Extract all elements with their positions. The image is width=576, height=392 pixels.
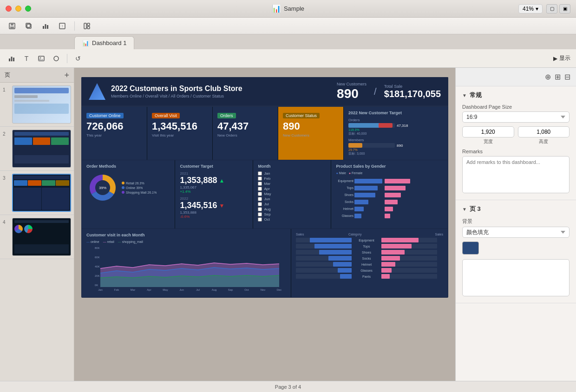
toolbar2-right: ▶ 显示 [553, 54, 570, 62]
layout-button[interactable] [80, 20, 93, 33]
page-number-4: 4 [3, 220, 9, 225]
svg-text:Jul: Jul [196, 288, 200, 291]
save-button[interactable] [6, 20, 19, 33]
kpi-label-visit: Overall Visit [152, 113, 180, 118]
gender-chart-row-pants: Pants [296, 274, 443, 279]
minimize-button[interactable] [15, 6, 21, 12]
general-section-header[interactable]: ▼ 常规 [462, 91, 569, 99]
month-may-check[interactable] [258, 192, 262, 196]
bg-color-swatch[interactable] [462, 242, 479, 255]
svg-rect-35 [354, 193, 375, 197]
width-input[interactable] [462, 126, 514, 137]
page-size-select[interactable]: 16:9 4:3 Custom [462, 111, 569, 123]
pie-area: 39% Retail 26.3% Online 39% Shopping Mal… [86, 171, 170, 204]
svg-rect-76 [381, 250, 405, 255]
kpi-value-status: 890 [283, 120, 339, 132]
export-button[interactable]: ↑ [56, 20, 69, 33]
page-item-2[interactable]: 2 [0, 127, 74, 171]
tab-bar: 📊 Dashboard 1 [0, 34, 576, 49]
month-sep-check[interactable] [258, 212, 262, 216]
gender-sales-card: Sales Category Sales Equipment [291, 229, 448, 297]
image-tool[interactable] [35, 52, 47, 65]
month-aug-check[interactable] [258, 207, 262, 211]
new-customers-value: 890 [337, 86, 367, 101]
kpi-value-online: 726,066 [86, 120, 142, 132]
orders-value: 47,318 [397, 124, 408, 128]
duplicate-button[interactable] [22, 20, 35, 33]
tab-icon: 📊 [82, 40, 89, 46]
remarks-textarea[interactable] [462, 156, 569, 193]
tab-label: Dashboard 1 [92, 39, 126, 46]
product-sales-chart: Equipment Tops Shoes Socks Helmet Glasse… [336, 176, 419, 223]
month-jun-check[interactable] [258, 197, 262, 201]
main-toolbar: ↑ [0, 18, 576, 34]
svg-text:↑: ↑ [61, 24, 63, 28]
target-orders-label: Orders [348, 118, 443, 122]
pages-label: 页 [5, 71, 10, 79]
svg-point-18 [54, 56, 59, 61]
svg-text:Socks: Socks [345, 200, 354, 203]
svg-rect-5 [43, 26, 44, 29]
svg-rect-13 [9, 59, 10, 61]
mid-section: Order Methods 39% Retail 26.3% [82, 160, 448, 229]
background-select[interactable]: 颜色填充 图片填充 无 [462, 227, 569, 238]
svg-text:60K: 60K [95, 256, 100, 259]
zoom-control[interactable]: 41% ▾ [518, 4, 543, 13]
3d-icon[interactable]: ⊕ [545, 72, 551, 81]
svg-text:Dec: Dec [277, 288, 282, 291]
new-customers-stat: New Customers 890 [337, 82, 367, 101]
shape-tool[interactable] [50, 52, 62, 65]
prev-2022: 1,353,888 [180, 210, 248, 215]
traffic-lights [6, 6, 31, 12]
chart-button[interactable] [39, 20, 52, 33]
dashboard-preview: 2022 Customers in Sports Club Store Memb… [81, 77, 448, 298]
view-icons: ▢ ▣ [546, 4, 570, 13]
canvas-toolbar: T ↺ ▶ 显示 [0, 49, 576, 68]
dash-title: 2022 Customers in Sports Club Store [111, 85, 331, 93]
layout-icon[interactable]: ⊞ [555, 72, 561, 81]
text-tool[interactable]: T [20, 52, 33, 65]
general-section: ▼ 常规 Dashboard Page Size 16:9 4:3 Custom… [456, 86, 576, 200]
gender-chart-row-socks: Socks [296, 256, 443, 261]
dashboard-tab[interactable]: 📊 Dashboard 1 [74, 36, 134, 49]
page-item-4[interactable]: 4 [0, 215, 74, 259]
page-item-1[interactable]: 1 [0, 83, 74, 127]
svg-text:Aug: Aug [212, 288, 217, 291]
gender-chart-row-helmet: Helmet [296, 262, 443, 267]
view-split-icon[interactable]: ▣ [559, 4, 570, 13]
month-jul-check[interactable] [258, 202, 262, 206]
maximize-button[interactable] [25, 6, 31, 12]
month-apr-check[interactable] [258, 187, 262, 191]
page-item-3[interactable]: 3 [0, 171, 74, 215]
dash-subtitle: Members Online / Overall Visit / All Ord… [111, 94, 331, 98]
members-bar-chart [348, 143, 395, 148]
grid-icon[interactable]: ⊟ [564, 72, 570, 81]
close-button[interactable] [6, 6, 12, 12]
kpi-value-visit: 1,345,516 [152, 120, 208, 132]
month-mar-check[interactable] [258, 182, 262, 186]
orders-pct: 119.3% [348, 128, 443, 131]
add-page-button[interactable]: + [64, 71, 69, 79]
svg-rect-10 [84, 23, 86, 29]
svg-rect-1 [11, 23, 13, 26]
month-feb-check[interactable] [258, 176, 262, 181]
page-note-textarea[interactable] [462, 259, 569, 296]
page3-section: ▼ 页 3 背景 颜色填充 图片填充 无 [456, 200, 576, 303]
bar-chart-tool[interactable] [6, 52, 18, 65]
view-single-icon[interactable]: ▢ [546, 4, 557, 13]
canvas-area[interactable]: 2022 Customers in Sports Club Store Memb… [74, 68, 455, 381]
refresh-button[interactable]: ↺ [72, 52, 84, 65]
svg-text:Tops: Tops [347, 186, 354, 190]
toolbar2-separator [67, 54, 67, 63]
month-oct-check[interactable] [258, 217, 262, 222]
display-button[interactable]: ▶ 显示 [553, 54, 570, 62]
month-jan-check[interactable] [258, 171, 262, 176]
svg-rect-14 [11, 57, 13, 61]
svg-rect-33 [354, 179, 382, 183]
svg-rect-82 [333, 262, 352, 267]
dash-stats: New Customers 890 / Total Sale $181,170,… [337, 82, 441, 101]
height-input[interactable] [518, 126, 570, 137]
page3-section-header[interactable]: ▼ 页 3 [462, 205, 569, 213]
product-sales-legend: ● Male ● Female [336, 171, 443, 175]
svg-text:Shoes: Shoes [345, 193, 354, 196]
